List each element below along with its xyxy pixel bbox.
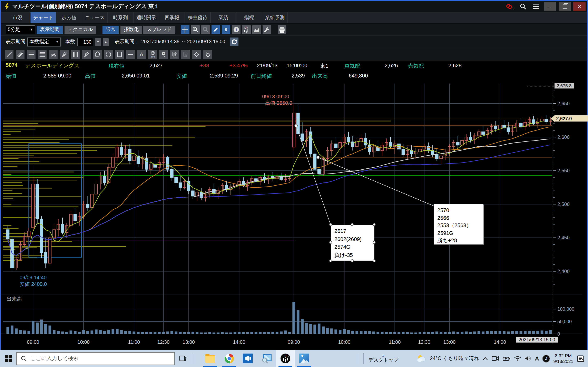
- minimize-button[interactable]: –: [544, 2, 556, 11]
- copy-drawing-tool-icon[interactable]: [170, 50, 179, 59]
- resize-handle[interactable]: [351, 223, 354, 226]
- note-box-selected[interactable]: 2617 2602(2609) 2574G 負け-35: [331, 225, 374, 261]
- count-down-spinner[interactable]: ▼: [95, 38, 101, 45]
- time-marker-tool-icon[interactable]: [159, 50, 168, 59]
- callout-anchor[interactable]: [317, 156, 320, 159]
- rectangle-tool-icon[interactable]: [115, 50, 124, 59]
- taskbar-movies-app-icon[interactable]: [238, 350, 257, 367]
- tab-chart[interactable]: チャート: [31, 12, 56, 23]
- search-placeholder: ここに入力して検索: [30, 355, 79, 362]
- info-icon[interactable]: i: [232, 25, 241, 34]
- link-icon[interactable]: 1: [505, 2, 515, 11]
- time-lines-tool-icon[interactable]: [71, 50, 80, 59]
- resize-handle[interactable]: [329, 241, 332, 244]
- tab-market[interactable]: 市況: [5, 12, 31, 23]
- tab-disclosure[interactable]: 適時開示: [134, 12, 159, 23]
- tab-timeseries[interactable]: 時系列: [108, 12, 134, 23]
- start-button[interactable]: [0, 350, 16, 367]
- drag-hand-tool-icon[interactable]: [181, 50, 190, 59]
- pentagon-tool-icon[interactable]: [93, 50, 102, 59]
- reload-icon[interactable]: [230, 38, 238, 46]
- settings-wrench-icon[interactable]: [263, 25, 271, 34]
- resize-handle[interactable]: [329, 223, 332, 226]
- taskbar-clock[interactable]: 8:32 PM 9/13/2021: [553, 353, 573, 364]
- tab-shikiho[interactable]: 四季報: [159, 12, 185, 23]
- x-axis-label: 10:00: [338, 339, 350, 345]
- ime-mode-icon[interactable]: J: [543, 355, 550, 362]
- resize-handle[interactable]: [373, 241, 376, 244]
- technical-button[interactable]: テクニカル: [65, 25, 96, 34]
- print-icon[interactable]: [278, 25, 286, 34]
- speaker-icon[interactable]: [525, 356, 531, 361]
- ellipse-tool-icon[interactable]: [104, 50, 113, 59]
- icon-stamp-tool-icon[interactable]: icon: [148, 50, 157, 59]
- fib-arcs-tool-icon[interactable]: [49, 50, 58, 59]
- draw-pencil-icon[interactable]: [212, 25, 220, 34]
- horizontal-line-tool-icon[interactable]: [126, 50, 135, 59]
- ask-value: 2,628: [448, 62, 462, 68]
- screen: マルチツール(個別銘柄) 5074 テスホールディングス 東１ 1 – ✕ 市況…: [0, 0, 588, 367]
- tab-indicators[interactable]: 指標: [236, 12, 262, 23]
- notification-center-icon[interactable]: [577, 355, 585, 362]
- fib-extension-tool-icon[interactable]: [38, 50, 47, 59]
- battery-icon[interactable]: [503, 356, 510, 361]
- resize-handle[interactable]: [351, 259, 354, 262]
- svg-text:A: A: [140, 51, 143, 58]
- crosshair-icon[interactable]: [181, 25, 190, 34]
- yen-axis-icon[interactable]: ¥: [222, 25, 230, 34]
- taskbar-search-input[interactable]: ここに入力して検索: [16, 352, 175, 365]
- tray-expand-icon[interactable]: [483, 357, 488, 360]
- tab-forecast[interactable]: 業績予測: [262, 12, 288, 23]
- interval-select[interactable]: 5分足▼: [6, 25, 35, 34]
- zoom-out-icon[interactable]: [201, 25, 210, 34]
- note-box[interactable]: 2570 2566 2553（2563） 2591G 勝ち+28: [434, 204, 484, 244]
- text-tool-icon[interactable]: A: [137, 50, 146, 59]
- menu-icon[interactable]: [531, 2, 541, 11]
- task-view-icon[interactable]: [175, 350, 191, 367]
- zoom-in-icon[interactable]: [191, 25, 200, 34]
- tab-tick[interactable]: 歩み値: [56, 12, 82, 23]
- ime-language-icon[interactable]: A: [535, 355, 539, 362]
- fan-lines-tool-icon[interactable]: [60, 50, 69, 59]
- resize-handle[interactable]: [329, 259, 332, 262]
- taskbar-chrome-icon[interactable]: [220, 350, 238, 367]
- meet-now-icon[interactable]: [492, 356, 499, 361]
- taskbar-photos-icon[interactable]: [295, 350, 314, 367]
- tab-earnings[interactable]: 業績: [211, 12, 236, 23]
- link-count-badge: 1: [512, 6, 514, 10]
- weather-text[interactable]: 24°C くもり時々晴れ: [430, 355, 479, 362]
- eraser-tool-icon[interactable]: [192, 50, 201, 59]
- taskbar-explorer-icon[interactable]: [201, 350, 220, 367]
- taskbar-magnifier-app-icon[interactable]: [257, 350, 276, 367]
- count-input[interactable]: 130: [77, 38, 93, 46]
- resize-handle[interactable]: [373, 223, 376, 226]
- tab-benefit[interactable]: 株主優待: [185, 12, 211, 23]
- taskbar-trading-app-icon[interactable]: R: [276, 350, 295, 367]
- restore-button[interactable]: [559, 2, 571, 11]
- period-mode-select[interactable]: 本数指定▼: [27, 37, 61, 46]
- spread-mode-button[interactable]: スプレッド: [144, 25, 175, 34]
- close-button[interactable]: ✕: [573, 2, 586, 11]
- callout-anchor[interactable]: [295, 124, 297, 127]
- wifi-icon[interactable]: [514, 356, 521, 361]
- fib-retracement-tool-icon[interactable]: [27, 50, 35, 59]
- chart-canvas[interactable]: 2,6502,6002,5502,5002,4502,400100,00050,…: [1, 81, 586, 350]
- search-icon[interactable]: [518, 2, 528, 11]
- resize-handle[interactable]: [373, 259, 376, 262]
- weather-icon[interactable]: [416, 354, 426, 363]
- indexed-mode-button[interactable]: 指数化: [121, 25, 142, 34]
- eraser-all-tool-icon[interactable]: A: [203, 50, 212, 59]
- normal-mode-button[interactable]: 通常: [103, 25, 119, 34]
- trendline-tool-icon[interactable]: [5, 50, 13, 59]
- period-button[interactable]: 表示期間: [37, 25, 63, 34]
- parallel-channel-tool-icon[interactable]: [16, 50, 25, 59]
- desktop-label: デスクトップ: [368, 357, 398, 364]
- pitchfork-tool-icon[interactable]: [82, 50, 91, 59]
- open-label: 始値: [6, 73, 16, 80]
- tab-news[interactable]: ニュース: [82, 12, 108, 23]
- count-up-spinner[interactable]: ▲: [103, 38, 109, 45]
- area-chart-icon[interactable]: [252, 25, 261, 34]
- range-value: 2021/09/09 14:35 ～ 2021/09/13 15:00: [141, 38, 225, 45]
- desktop-toolbar[interactable]: » デスクトップ: [368, 353, 398, 364]
- my-chart-icon[interactable]: MY: [242, 25, 251, 34]
